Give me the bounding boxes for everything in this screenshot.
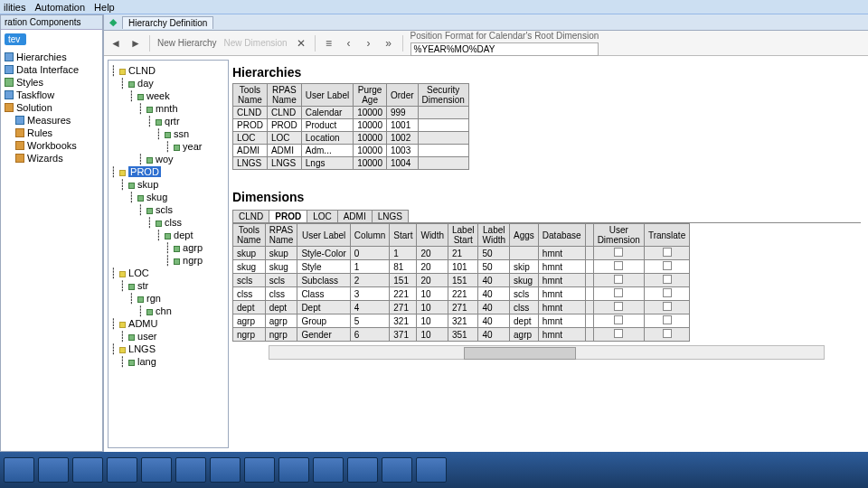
table-cell[interactable]: 101 — [448, 260, 478, 274]
table-cell[interactable]: LNGS — [233, 157, 268, 170]
table-cell[interactable]: CLND — [233, 107, 268, 119]
table-cell[interactable]: 40 — [478, 314, 510, 328]
table-cell[interactable]: 10 — [417, 301, 448, 314]
table-cell[interactable]: 1004 — [386, 157, 418, 170]
tree-node[interactable]: ┊ lang — [110, 355, 226, 368]
table-cell[interactable]: 151 — [448, 274, 478, 287]
table-cell[interactable]: Adm... — [301, 145, 353, 157]
table-cell[interactable]: Calendar — [301, 107, 353, 119]
table-cell[interactable]: 1002 — [386, 132, 418, 145]
table-cell[interactable]: 4 — [350, 301, 389, 314]
explorer-node[interactable]: Rules — [5, 127, 99, 139]
table-cell[interactable]: PROD — [233, 119, 268, 132]
table-cell[interactable] — [418, 145, 468, 157]
back-icon[interactable]: ◄ — [109, 37, 122, 50]
table-cell[interactable]: 50 — [478, 247, 510, 260]
table-cell[interactable]: 10 — [417, 328, 448, 342]
checkbox[interactable] — [614, 288, 623, 297]
tree-node[interactable]: ┊ clss — [110, 216, 226, 229]
table-cell[interactable] — [644, 260, 689, 274]
column-header[interactable]: RPASName — [267, 84, 301, 107]
table-cell[interactable] — [593, 274, 644, 287]
table-cell[interactable]: 50 — [478, 260, 510, 274]
column-header[interactable]: ToolsName — [233, 224, 266, 247]
table-cell[interactable]: skug — [265, 260, 297, 274]
table-cell[interactable]: ngrp — [233, 328, 266, 342]
checkbox[interactable] — [614, 261, 623, 270]
tree-node[interactable]: ┊ mnth — [110, 102, 226, 115]
table-cell[interactable]: skip — [510, 260, 539, 274]
dim-tab[interactable]: ADMI — [337, 210, 373, 222]
table-cell[interactable] — [644, 328, 689, 342]
taskbar-button[interactable] — [107, 457, 137, 483]
table-cell[interactable] — [418, 107, 468, 119]
nav-next-icon[interactable]: › — [363, 37, 375, 50]
tab-hierarchy-definition[interactable]: Hierarchy Definition — [122, 16, 213, 29]
table-cell[interactable]: 2 — [350, 274, 389, 287]
tree-node[interactable]: ┊ skup — [110, 178, 226, 191]
column-header[interactable]: SecurityDimension — [418, 84, 468, 107]
table-cell[interactable] — [418, 132, 468, 145]
table-cell[interactable] — [593, 301, 644, 314]
explorer-node[interactable]: Solution — [5, 101, 99, 114]
table-cell[interactable]: hmnt — [538, 328, 585, 342]
tree-node[interactable]: ┊ str — [110, 279, 226, 292]
table-cell[interactable]: 20 — [417, 247, 448, 260]
table-cell[interactable] — [585, 287, 593, 301]
table-cell[interactable]: skug — [233, 260, 266, 274]
column-header[interactable]: User Label — [297, 224, 350, 247]
table-cell[interactable]: 10000 — [354, 107, 387, 119]
table-cell[interactable]: 81 — [390, 260, 417, 274]
tree-node[interactable]: ┊ LNGS — [110, 343, 226, 355]
table-cell[interactable]: Style-Color — [297, 247, 350, 260]
table-cell[interactable]: ADMI — [233, 145, 268, 157]
table-cell[interactable]: 221 — [448, 287, 478, 301]
table-cell[interactable]: skup — [265, 247, 297, 260]
nav-prev-icon[interactable]: ‹ — [343, 37, 355, 50]
menu-item[interactable]: ilities — [4, 2, 25, 13]
taskbar-button[interactable] — [313, 457, 344, 483]
column-header[interactable]: Start — [390, 224, 417, 247]
column-header[interactable]: Column — [350, 224, 389, 247]
table-cell[interactable]: Class — [297, 287, 350, 301]
column-header[interactable]: RPASName — [265, 224, 297, 247]
table-cell[interactable]: CLND — [267, 107, 301, 119]
table-cell[interactable]: 10000 — [354, 119, 387, 132]
table-cell[interactable]: 271 — [390, 301, 417, 314]
table-cell[interactable]: agrp — [510, 328, 539, 342]
table-cell[interactable] — [510, 247, 539, 260]
dim-tab[interactable]: LOC — [307, 210, 338, 222]
column-header[interactable] — [585, 224, 593, 247]
table-cell[interactable]: Subclass — [297, 274, 350, 287]
table-cell[interactable]: 6 — [350, 328, 389, 342]
table-cell[interactable]: 151 — [390, 274, 417, 287]
table-cell[interactable] — [585, 314, 593, 328]
dimensions-table[interactable]: ToolsNameRPASNameUser LabelColumnStartWi… — [232, 223, 690, 342]
checkbox[interactable] — [663, 248, 672, 257]
position-format-input[interactable]: %YEAR%MO%DAY — [410, 42, 599, 56]
explorer-node[interactable]: Hierarchies — [5, 51, 99, 63]
column-header[interactable]: Database — [538, 224, 585, 247]
tree-node[interactable]: ┊ ssn — [110, 127, 226, 140]
table-cell[interactable] — [644, 314, 689, 328]
tree-node[interactable]: ┊ scls — [110, 203, 226, 216]
table-cell[interactable]: agrp — [265, 314, 297, 328]
tree-node[interactable]: ┊ year — [110, 140, 226, 153]
tree-node[interactable]: ┊ week — [110, 89, 226, 102]
table-cell[interactable] — [593, 314, 644, 328]
table-cell[interactable]: skug — [510, 274, 539, 287]
table-cell[interactable]: 321 — [390, 314, 417, 328]
checkbox[interactable] — [663, 329, 672, 338]
table-cell[interactable]: 1001 — [386, 119, 418, 132]
table-cell[interactable]: 10000 — [354, 157, 387, 170]
table-cell[interactable]: hmnt — [538, 274, 585, 287]
table-cell[interactable]: ADMI — [267, 145, 301, 157]
explorer-node[interactable]: Measures — [5, 114, 99, 127]
tree-node[interactable]: ┊ chn — [110, 305, 226, 317]
checkbox[interactable] — [663, 261, 672, 270]
tree-node[interactable]: ┊ ADMU — [110, 317, 226, 330]
table-cell[interactable] — [593, 328, 644, 342]
column-header[interactable]: Translate — [644, 224, 689, 247]
table-cell[interactable]: 10000 — [354, 132, 387, 145]
table-cell[interactable] — [585, 274, 593, 287]
